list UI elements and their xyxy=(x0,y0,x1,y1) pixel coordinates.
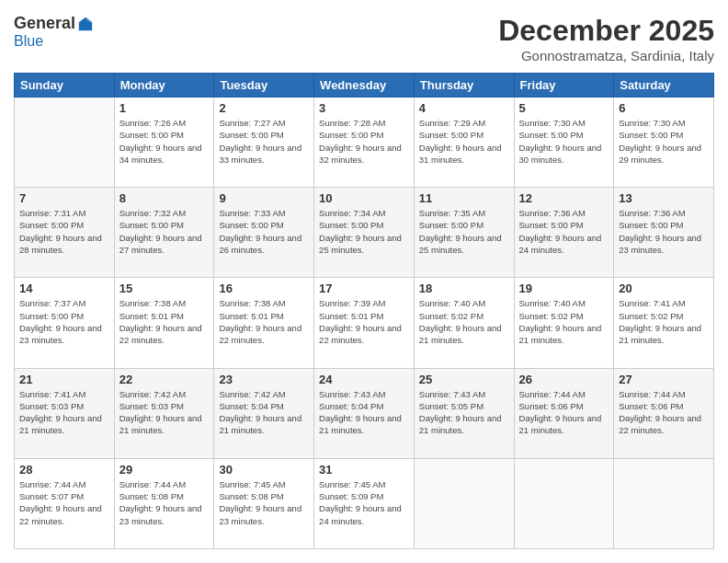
day-info: Sunrise: 7:45 AMSunset: 5:08 PMDaylight:… xyxy=(219,478,309,527)
day-number: 9 xyxy=(219,191,309,205)
day-number: 12 xyxy=(519,191,609,205)
calendar-day-cell xyxy=(15,98,115,188)
calendar-day-cell: 18Sunrise: 7:40 AMSunset: 5:02 PMDayligh… xyxy=(414,278,514,368)
day-number: 8 xyxy=(119,191,210,205)
logo-blue-text: Blue xyxy=(14,33,43,49)
day-number: 26 xyxy=(519,373,609,386)
day-number: 29 xyxy=(119,463,210,477)
day-number: 21 xyxy=(19,373,109,386)
day-number: 22 xyxy=(119,373,210,386)
day-number: 2 xyxy=(219,101,309,115)
day-number: 17 xyxy=(319,282,409,295)
calendar-week-row: 7Sunrise: 7:31 AMSunset: 5:00 PMDaylight… xyxy=(15,188,714,278)
day-number: 28 xyxy=(19,463,109,477)
col-friday: Friday xyxy=(514,74,614,98)
day-number: 6 xyxy=(619,101,709,115)
day-number: 25 xyxy=(419,373,509,386)
calendar-table: Sunday Monday Tuesday Wednesday Thursday… xyxy=(14,73,714,549)
calendar-day-cell: 21Sunrise: 7:41 AMSunset: 5:03 PMDayligh… xyxy=(15,368,115,458)
day-info: Sunrise: 7:31 AMSunset: 5:00 PMDaylight:… xyxy=(19,207,109,256)
calendar-day-cell: 13Sunrise: 7:36 AMSunset: 5:00 PMDayligh… xyxy=(614,188,714,278)
calendar-day-cell: 8Sunrise: 7:32 AMSunset: 5:00 PMDaylight… xyxy=(114,188,214,278)
svg-marker-0 xyxy=(79,17,92,29)
calendar-day-cell: 25Sunrise: 7:43 AMSunset: 5:05 PMDayligh… xyxy=(414,368,514,458)
day-info: Sunrise: 7:44 AMSunset: 5:06 PMDaylight:… xyxy=(519,388,609,437)
calendar-day-cell: 9Sunrise: 7:33 AMSunset: 5:00 PMDaylight… xyxy=(214,188,314,278)
day-number: 23 xyxy=(219,373,309,386)
day-number: 20 xyxy=(619,282,709,295)
logo: General Blue xyxy=(14,14,94,50)
calendar-day-cell: 4Sunrise: 7:29 AMSunset: 5:00 PMDaylight… xyxy=(414,98,514,188)
day-info: Sunrise: 7:41 AMSunset: 5:02 PMDaylight:… xyxy=(619,297,709,346)
day-info: Sunrise: 7:45 AMSunset: 5:09 PMDaylight:… xyxy=(319,478,409,527)
day-info: Sunrise: 7:44 AMSunset: 5:07 PMDaylight:… xyxy=(19,478,109,527)
calendar-day-cell: 5Sunrise: 7:30 AMSunset: 5:00 PMDaylight… xyxy=(514,98,614,188)
calendar-day-cell: 15Sunrise: 7:38 AMSunset: 5:01 PMDayligh… xyxy=(114,278,214,368)
day-number: 19 xyxy=(519,282,609,295)
col-tuesday: Tuesday xyxy=(214,74,314,98)
day-number: 16 xyxy=(219,282,309,295)
col-wednesday: Wednesday xyxy=(314,74,415,98)
day-info: Sunrise: 7:40 AMSunset: 5:02 PMDaylight:… xyxy=(519,297,609,346)
day-info: Sunrise: 7:35 AMSunset: 5:00 PMDaylight:… xyxy=(419,207,509,256)
day-info: Sunrise: 7:39 AMSunset: 5:01 PMDaylight:… xyxy=(319,297,409,346)
calendar-day-cell: 26Sunrise: 7:44 AMSunset: 5:06 PMDayligh… xyxy=(514,368,614,458)
day-number: 30 xyxy=(219,463,309,477)
calendar-day-cell: 31Sunrise: 7:45 AMSunset: 5:09 PMDayligh… xyxy=(314,458,415,548)
calendar-day-cell xyxy=(614,458,714,548)
col-sunday: Sunday xyxy=(15,74,115,98)
day-info: Sunrise: 7:44 AMSunset: 5:06 PMDaylight:… xyxy=(619,388,709,437)
calendar-day-cell: 1Sunrise: 7:26 AMSunset: 5:00 PMDaylight… xyxy=(114,98,214,188)
day-number: 4 xyxy=(419,101,509,115)
month-title: December 2025 xyxy=(498,14,714,48)
calendar-day-cell: 30Sunrise: 7:45 AMSunset: 5:08 PMDayligh… xyxy=(214,458,314,548)
calendar-day-cell: 12Sunrise: 7:36 AMSunset: 5:00 PMDayligh… xyxy=(514,188,614,278)
title-section: December 2025 Gonnostramatza, Sardinia, … xyxy=(498,14,714,63)
day-info: Sunrise: 7:28 AMSunset: 5:00 PMDaylight:… xyxy=(319,117,409,166)
calendar-day-cell: 19Sunrise: 7:40 AMSunset: 5:02 PMDayligh… xyxy=(514,278,614,368)
calendar-day-cell: 27Sunrise: 7:44 AMSunset: 5:06 PMDayligh… xyxy=(614,368,714,458)
calendar-day-cell: 11Sunrise: 7:35 AMSunset: 5:00 PMDayligh… xyxy=(414,188,514,278)
day-info: Sunrise: 7:38 AMSunset: 5:01 PMDaylight:… xyxy=(119,297,210,346)
day-info: Sunrise: 7:30 AMSunset: 5:00 PMDaylight:… xyxy=(519,117,609,166)
calendar-day-cell: 28Sunrise: 7:44 AMSunset: 5:07 PMDayligh… xyxy=(15,458,115,548)
day-info: Sunrise: 7:40 AMSunset: 5:02 PMDaylight:… xyxy=(419,297,509,346)
day-info: Sunrise: 7:42 AMSunset: 5:04 PMDaylight:… xyxy=(219,388,309,437)
calendar-day-cell: 14Sunrise: 7:37 AMSunset: 5:00 PMDayligh… xyxy=(15,278,115,368)
day-info: Sunrise: 7:33 AMSunset: 5:00 PMDaylight:… xyxy=(219,207,309,256)
day-info: Sunrise: 7:42 AMSunset: 5:03 PMDaylight:… xyxy=(119,388,210,437)
day-number: 31 xyxy=(319,463,409,477)
logo-general-text: General xyxy=(14,14,75,33)
day-info: Sunrise: 7:41 AMSunset: 5:03 PMDaylight:… xyxy=(19,388,109,437)
calendar-week-row: 21Sunrise: 7:41 AMSunset: 5:03 PMDayligh… xyxy=(15,368,714,458)
calendar-day-cell: 3Sunrise: 7:28 AMSunset: 5:00 PMDaylight… xyxy=(314,98,415,188)
day-info: Sunrise: 7:37 AMSunset: 5:00 PMDaylight:… xyxy=(19,297,109,346)
calendar-day-cell: 17Sunrise: 7:39 AMSunset: 5:01 PMDayligh… xyxy=(314,278,415,368)
day-info: Sunrise: 7:34 AMSunset: 5:00 PMDaylight:… xyxy=(319,207,409,256)
location: Gonnostramatza, Sardinia, Italy xyxy=(498,48,714,63)
calendar-day-cell: 16Sunrise: 7:38 AMSunset: 5:01 PMDayligh… xyxy=(214,278,314,368)
calendar-day-cell: 24Sunrise: 7:43 AMSunset: 5:04 PMDayligh… xyxy=(314,368,415,458)
day-number: 1 xyxy=(119,101,210,115)
day-number: 13 xyxy=(619,191,709,205)
col-monday: Monday xyxy=(114,74,214,98)
day-number: 27 xyxy=(619,373,709,386)
calendar-week-row: 14Sunrise: 7:37 AMSunset: 5:00 PMDayligh… xyxy=(15,278,714,368)
day-info: Sunrise: 7:44 AMSunset: 5:08 PMDaylight:… xyxy=(119,478,210,527)
day-number: 3 xyxy=(319,101,409,115)
day-info: Sunrise: 7:43 AMSunset: 5:04 PMDaylight:… xyxy=(319,388,409,437)
calendar-day-cell: 29Sunrise: 7:44 AMSunset: 5:08 PMDayligh… xyxy=(114,458,214,548)
calendar-day-cell xyxy=(414,458,514,548)
calendar-week-row: 28Sunrise: 7:44 AMSunset: 5:07 PMDayligh… xyxy=(15,458,714,548)
col-thursday: Thursday xyxy=(414,74,514,98)
day-info: Sunrise: 7:27 AMSunset: 5:00 PMDaylight:… xyxy=(219,117,309,166)
day-info: Sunrise: 7:26 AMSunset: 5:00 PMDaylight:… xyxy=(119,117,210,166)
day-info: Sunrise: 7:32 AMSunset: 5:00 PMDaylight:… xyxy=(119,207,210,256)
calendar-day-cell xyxy=(514,458,614,548)
day-number: 24 xyxy=(319,373,409,386)
calendar-header-row: Sunday Monday Tuesday Wednesday Thursday… xyxy=(15,74,714,98)
day-number: 11 xyxy=(419,191,509,205)
day-info: Sunrise: 7:29 AMSunset: 5:00 PMDaylight:… xyxy=(419,117,509,166)
day-number: 14 xyxy=(19,282,109,295)
day-number: 10 xyxy=(319,191,409,205)
